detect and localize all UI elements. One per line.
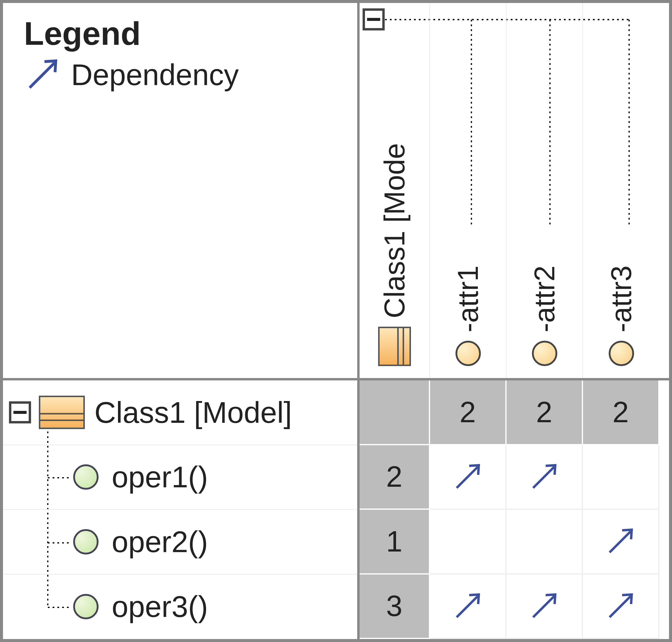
matrix-cell-2-3[interactable] bbox=[583, 510, 659, 575]
row-class-label: Class1 [Model] bbox=[94, 395, 292, 430]
attribute-icon bbox=[532, 341, 557, 366]
row-header-class[interactable]: Class1 [Model] bbox=[3, 381, 357, 445]
matrix-cell-2-1[interactable] bbox=[430, 510, 507, 575]
dependency-arrow-icon bbox=[604, 525, 637, 558]
matrix-cell-3-3[interactable] bbox=[583, 575, 659, 639]
matrix-coltotal-2: 2 bbox=[507, 381, 583, 445]
class-icon bbox=[39, 396, 85, 429]
column-header-attr1[interactable]: -attr1 bbox=[430, 3, 507, 378]
matrix-panel: 2 2 2 2 1 3 bbox=[358, 379, 669, 639]
class-icon bbox=[378, 327, 411, 366]
legend-panel: Legend Dependency bbox=[3, 3, 358, 379]
operation-icon bbox=[73, 529, 99, 554]
matrix-cell-3-2[interactable] bbox=[507, 575, 583, 639]
row-header-oper1[interactable]: oper1() bbox=[3, 445, 357, 510]
attribute-icon bbox=[609, 341, 634, 366]
dependency-arrow-icon bbox=[451, 460, 484, 493]
column-header-attr2[interactable]: -attr2 bbox=[507, 3, 583, 378]
row-oper2-label: oper2() bbox=[112, 525, 208, 559]
attribute-icon bbox=[455, 341, 481, 366]
column-header-class[interactable]: Class1 [Mode bbox=[359, 3, 430, 378]
row-header-oper3[interactable]: oper3() bbox=[3, 575, 357, 639]
matrix-rowtotal-1: 2 bbox=[359, 445, 430, 510]
dependency-arrow-icon bbox=[528, 590, 561, 622]
operation-icon bbox=[73, 594, 99, 619]
dependency-arrow-icon bbox=[528, 460, 561, 493]
row-oper3-label: oper3() bbox=[112, 589, 208, 624]
dependency-arrow-icon bbox=[23, 55, 62, 94]
row-header-oper2[interactable]: oper2() bbox=[3, 510, 357, 575]
column-header-attr3[interactable]: -attr3 bbox=[583, 3, 659, 378]
matrix-coltotal-3: 2 bbox=[583, 381, 659, 445]
collapse-toggle-rows[interactable] bbox=[9, 401, 31, 423]
matrix-rowtotal-3: 3 bbox=[359, 575, 430, 639]
column-attr2-label: -attr2 bbox=[528, 266, 561, 332]
row-header-panel: Class1 [Model] oper1() oper2() oper3() bbox=[3, 379, 358, 639]
operation-icon bbox=[73, 464, 99, 490]
dependency-arrow-icon bbox=[451, 590, 484, 622]
matrix-cell-1-1[interactable] bbox=[430, 445, 507, 510]
column-attr3-label: -attr3 bbox=[605, 266, 638, 332]
legend-title: Legend bbox=[24, 14, 141, 52]
column-class-label: Class1 [Mode bbox=[378, 143, 411, 318]
matrix-corner bbox=[359, 381, 430, 445]
legend-dependency-label: Dependency bbox=[71, 57, 239, 92]
matrix-cell-2-2[interactable] bbox=[507, 510, 583, 575]
matrix-coltotal-1: 2 bbox=[430, 381, 507, 445]
row-oper1-label: oper1() bbox=[112, 460, 208, 494]
column-attr1-label: -attr1 bbox=[452, 266, 484, 332]
matrix-cell-3-1[interactable] bbox=[430, 575, 507, 639]
matrix-rowtotal-2: 1 bbox=[359, 510, 430, 575]
column-header-panel: Class1 [Mode -attr1 -attr2 -attr3 bbox=[358, 3, 669, 379]
legend-row-dependency: Dependency bbox=[23, 55, 239, 94]
matrix-cell-1-2[interactable] bbox=[507, 445, 583, 510]
dependency-arrow-icon bbox=[604, 590, 637, 622]
matrix-cell-1-3[interactable] bbox=[583, 445, 659, 510]
